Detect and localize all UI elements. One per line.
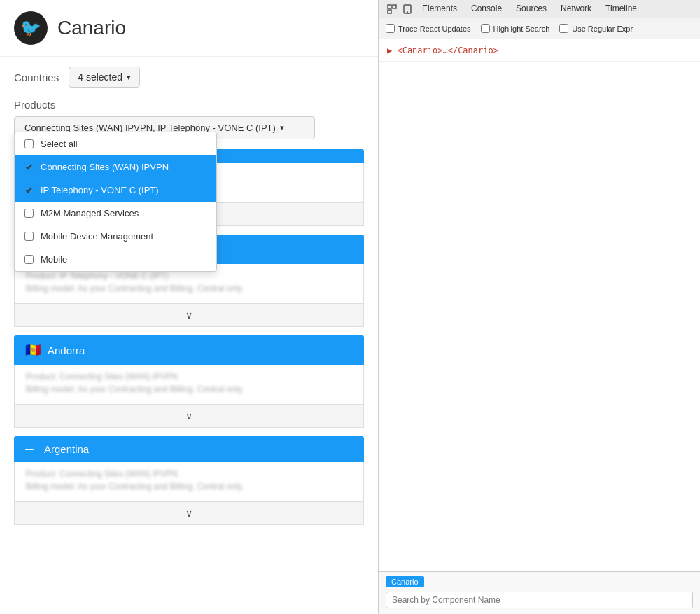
tab-console[interactable]: Console xyxy=(464,1,509,18)
countries-dropdown[interactable]: 4 selected ▾ xyxy=(69,67,140,88)
country-body-2: Product: Connecting Sites (WAN) IPVPNBil… xyxy=(14,462,364,502)
devtools-options-bar: Trace React Updates Highlight Search Use… xyxy=(379,18,700,39)
country-expand-btn-0[interactable]: ∨ xyxy=(14,304,364,327)
dropdown-item-connecting-sites[interactable]: Connecting Sites (WAN) IPVPN xyxy=(15,155,216,179)
bird-icon: 🐦 xyxy=(20,18,41,38)
country-header-1: 🇦🇩 Andorra xyxy=(14,335,364,365)
label-mobile: Mobile xyxy=(41,254,67,265)
right-panel: Elements Console Sources Network Timelin… xyxy=(378,0,700,614)
regex-label: Use Regular Expr xyxy=(572,25,633,33)
chevron-down-icon: ▾ xyxy=(127,73,131,82)
dropdown-item-ip-telephony[interactable]: IP Telephony - VONE C (IPT) xyxy=(15,179,216,202)
dropdown-item-mobile[interactable]: Mobile xyxy=(15,248,216,271)
countries-selected-text: 4 selected xyxy=(78,71,122,83)
svg-rect-1 xyxy=(393,5,396,8)
svg-point-4 xyxy=(407,12,408,13)
trace-react-checkbox[interactable] xyxy=(386,24,395,33)
component-search-box[interactable] xyxy=(386,592,693,608)
country-field-2-0: Product: Connecting Sites (WAN) IPVPN xyxy=(26,469,352,479)
country-name-1: Andorra xyxy=(48,344,85,356)
chevron-down-icon: ▾ xyxy=(280,123,284,132)
country-card: — Argentina Product: Connecting Sites (W… xyxy=(14,436,364,525)
checkbox-ip-telephony[interactable] xyxy=(24,186,34,195)
svg-rect-0 xyxy=(388,5,391,8)
country-field-0-0: Product: IP Telephony - VONE C (IPT) xyxy=(26,271,352,281)
app-title: Canario xyxy=(57,17,126,39)
trace-react-label: Trace React Updates xyxy=(398,25,471,33)
regex-option: Use Regular Expr xyxy=(559,24,633,33)
country-expand-btn-2[interactable]: ∨ xyxy=(14,502,364,525)
code-text: ▶ <Canario>…</Canario> xyxy=(387,46,498,55)
checkbox-mobile[interactable] xyxy=(24,255,34,264)
label-mobile-device: Mobile Device Management xyxy=(41,231,153,242)
country-field-1-0: Product: Connecting Sites (WAN) IPVPN xyxy=(26,372,352,382)
trace-react-option: Trace React Updates xyxy=(386,24,471,33)
country-field-0-1: Billing model: As your Contracting and B… xyxy=(26,284,352,293)
label-ip-telephony: IP Telephony - VONE C (IPT) xyxy=(41,185,159,195)
country-header-2: — Argentina xyxy=(14,436,364,462)
app-header: 🐦 Canario xyxy=(0,0,378,57)
inspect-icon[interactable] xyxy=(384,1,400,17)
checkbox-select-all[interactable] xyxy=(24,139,34,148)
country-expand-btn-1[interactable]: ∨ xyxy=(14,405,364,428)
devtools-content-area xyxy=(379,62,700,571)
highlight-search-checkbox[interactable] xyxy=(481,24,490,33)
devtools-tab-bar: Elements Console Sources Network Timelin… xyxy=(379,0,700,18)
component-search-input[interactable] xyxy=(392,595,687,605)
regex-checkbox[interactable] xyxy=(559,24,568,33)
checkbox-m2m[interactable] xyxy=(24,209,34,218)
country-body-1: Product: Connecting Sites (WAN) IPVPNBil… xyxy=(14,365,364,405)
country-field-2-1: Billing model: As your Contracting and B… xyxy=(26,482,352,491)
tab-elements[interactable]: Elements xyxy=(415,1,464,18)
label-m2m: M2M Managed Services xyxy=(41,208,139,218)
svg-rect-2 xyxy=(388,10,391,13)
dropdown-item-select-all[interactable]: Select all xyxy=(15,132,216,155)
products-label: Products xyxy=(14,99,364,111)
countries-label: Countries xyxy=(14,71,59,83)
country-name-2: Argentina xyxy=(44,443,89,455)
label-connecting-sites: Connecting Sites (WAN) IPVPN xyxy=(41,162,169,172)
checkbox-mobile-device[interactable] xyxy=(24,232,34,241)
highlight-search-label: Highlight Search xyxy=(493,25,550,33)
countries-section: Countries 4 selected ▾ xyxy=(0,57,378,92)
label-select-all: Select all xyxy=(41,139,78,149)
mobile-icon[interactable] xyxy=(400,1,415,17)
left-panel: 🐦 Canario Countries 4 selected ▾ Product… xyxy=(0,0,378,614)
checkbox-connecting-sites[interactable] xyxy=(24,162,34,172)
country-card: 🇦🇩 Andorra Product: Connecting Sites (WA… xyxy=(14,335,364,428)
products-dropdown-menu: Select allConnecting Sites (WAN) IPVPNIP… xyxy=(14,132,217,272)
dropdown-item-m2m[interactable]: M2M Managed Services xyxy=(15,202,216,225)
country-field-1-1: Billing model: As your Contracting and B… xyxy=(26,384,352,394)
devtools-bottom-bar: Canario xyxy=(379,571,700,614)
devtools-code-line: ▶ <Canario>…</Canario> xyxy=(379,39,700,62)
highlight-search-option: Highlight Search xyxy=(481,24,550,33)
logo: 🐦 xyxy=(14,11,48,45)
dropdown-item-mobile-device[interactable]: Mobile Device Management xyxy=(15,225,216,248)
canario-badge: Canario xyxy=(386,576,424,587)
tab-network[interactable]: Network xyxy=(554,1,598,18)
tab-timeline[interactable]: Timeline xyxy=(598,1,644,18)
tab-sources[interactable]: Sources xyxy=(509,1,554,18)
